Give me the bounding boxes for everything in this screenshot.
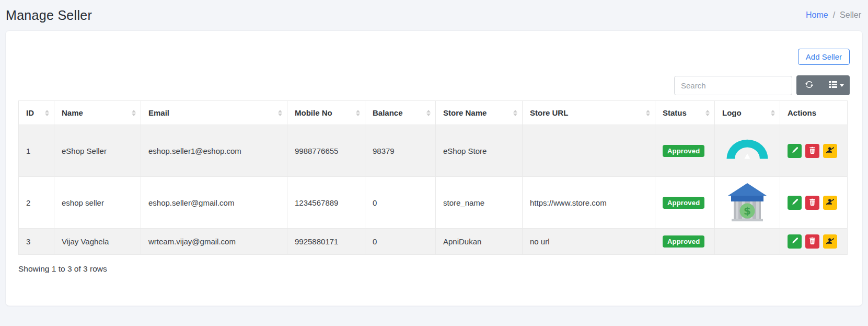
sort-icon[interactable] [45,110,49,116]
cell-store-url: no url [523,229,655,255]
column-header-id[interactable]: ID [19,101,54,125]
trash-icon [809,237,816,246]
column-header-label: Status [663,108,687,117]
column-header-label: Mobile No [295,108,332,117]
breadcrumb-home-link[interactable]: Home [806,10,828,20]
cell-actions [780,229,848,255]
add-seller-button[interactable]: Add Seller [798,49,850,65]
delete-seller-button[interactable] [805,144,819,158]
cell-name: Vijay Vaghela [54,229,141,255]
cell-id: 3 [19,229,54,255]
edit-seller-button[interactable] [788,144,802,158]
status-badge: Approved [663,235,704,248]
table-footer-summary: Showing 1 to 3 of 3 rows [18,264,850,274]
column-header-logo[interactable]: Logo [715,101,780,125]
delete-seller-button[interactable] [805,234,819,249]
column-header-name[interactable]: Name [54,101,141,125]
sort-icon[interactable] [646,110,650,116]
edit-seller-button[interactable] [788,234,802,249]
cell-balance: 0 [365,177,436,229]
block-seller-button[interactable] [823,196,837,210]
sort-icon[interactable] [356,110,360,116]
seller-logo-image: $ [726,215,768,224]
cell-logo: $ [715,177,780,229]
trash-icon [809,198,816,207]
refresh-icon [805,80,814,91]
column-header-balance[interactable]: Balance [365,101,436,125]
table-columns-icon [829,81,837,90]
sort-icon[interactable] [513,110,517,116]
refresh-button[interactable] [796,75,823,95]
trash-icon [809,147,816,155]
cell-logo [715,229,780,255]
block-seller-button[interactable] [823,144,837,158]
breadcrumb: Home / Seller [806,10,861,20]
status-badge: Approved [663,145,704,157]
cell-store-name: store_name [436,177,523,229]
cell-email: eshop.seller1@eshop.com [141,125,287,177]
user-slash-icon [826,198,834,207]
svg-text:$: $ [744,205,751,217]
page-header: Manage Seller Home / Seller [0,0,868,30]
cell-logo [715,125,780,177]
column-header-label: Actions [788,108,816,117]
table-row: 3 Vijay Vaghela wrteam.vijay@gmail.com 9… [19,229,848,255]
cell-store-url: https://www.store.com [523,177,655,229]
column-header-store_url[interactable]: Store URL [523,101,655,125]
cell-mobile: 1234567889 [287,177,365,229]
sellers-card: Add Seller [5,30,863,306]
sort-icon[interactable] [705,110,710,116]
column-header-label: Email [148,108,169,117]
cell-name: eshop seller [54,177,141,229]
user-slash-icon [826,237,834,246]
search-input[interactable] [674,76,792,95]
cell-balance: 98379 [365,125,436,177]
status-badge: Approved [663,197,704,209]
cell-id: 2 [19,177,54,229]
cell-status: Approved [655,229,715,255]
cell-actions [780,125,848,177]
column-header-label: Name [62,108,83,117]
table-toolbar-button-group [796,75,850,95]
column-header-label: ID [26,108,34,117]
breadcrumb-current: Seller [840,10,861,20]
table-row: 2 eshop seller eshop.seller@gmail.com 12… [19,177,848,229]
pencil-icon [791,237,798,246]
cell-mobile: 9988776655 [287,125,365,177]
cell-balance: 0 [365,229,436,255]
breadcrumb-separator: / [833,10,835,20]
sort-icon[interactable] [278,110,282,116]
column-header-actions[interactable]: Actions [780,101,848,125]
column-header-store_name[interactable]: Store Name [436,101,523,125]
column-header-label: Store Name [443,108,487,117]
user-slash-icon [826,146,834,155]
column-header-status[interactable]: Status [655,101,715,125]
cell-status: Approved [655,177,715,229]
sort-icon[interactable] [771,110,775,116]
delete-seller-button[interactable] [805,196,819,210]
column-header-label: Logo [722,108,742,117]
columns-dropdown-button[interactable] [823,75,850,95]
cell-id: 1 [19,125,54,177]
sort-icon[interactable] [132,110,136,116]
pencil-icon [791,147,798,155]
block-seller-button[interactable] [823,234,837,249]
cell-name: eShop Seller [54,125,141,177]
column-header-label: Balance [373,108,403,117]
cell-actions [780,177,848,229]
column-header-label: Store URL [530,108,568,117]
caret-down-icon [840,84,844,87]
cell-status: Approved [655,125,715,177]
cell-store-name: ApniDukan [436,229,523,255]
column-header-email[interactable]: Email [141,101,287,125]
sort-icon[interactable] [426,110,431,116]
sellers-table: ID Name Email Mobile No Balance Store Na… [18,100,848,255]
cell-email: wrteam.vijay@gmail.com [141,229,287,255]
edit-seller-button[interactable] [788,196,802,210]
column-header-mobile[interactable]: Mobile No [287,101,365,125]
cell-store-name: eShop Store [436,125,523,177]
seller-logo-image [723,154,771,163]
table-header-row: ID Name Email Mobile No Balance Store Na… [19,101,848,125]
page-title: Manage Seller [6,8,92,23]
pencil-icon [791,198,798,207]
